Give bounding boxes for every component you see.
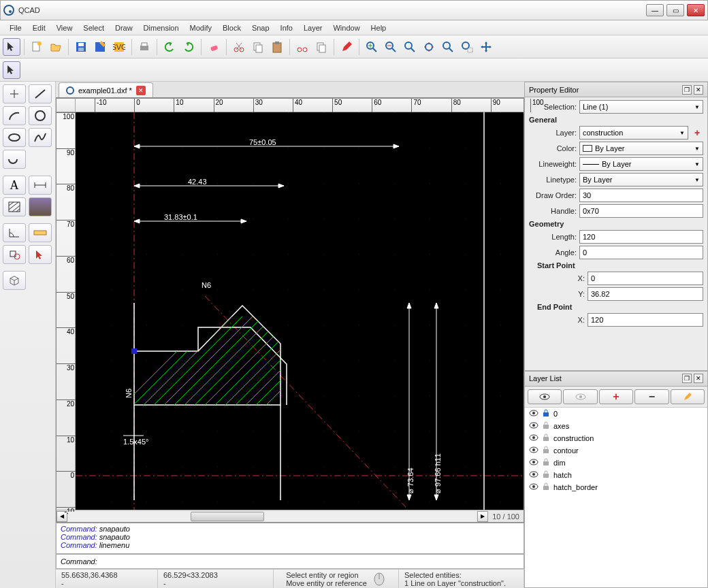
open-file-button[interactable] (47, 38, 65, 56)
startpoint-x-input[interactable]: 0 (588, 272, 703, 285)
zoom-selection-button[interactable] (458, 38, 476, 56)
menu-dimension[interactable]: Dimension (138, 22, 184, 34)
horizontal-scrollbar[interactable]: ◀ ▶ 10 / 100 (57, 510, 524, 522)
lock-icon[interactable] (543, 483, 549, 492)
edit-layer-button[interactable] (671, 389, 705, 404)
new-file-button[interactable] (28, 38, 46, 56)
close-button[interactable]: ✕ (687, 4, 705, 16)
selection-dropdown[interactable]: Line (1)▼ (579, 100, 703, 114)
minimize-button[interactable]: — (646, 4, 664, 16)
zoom-out-button[interactable] (382, 38, 400, 56)
handle-input[interactable]: 0x70 (579, 204, 703, 218)
property-editor-title[interactable]: Property Editor ❐ ✕ (525, 82, 707, 97)
lock-icon[interactable] (543, 409, 549, 419)
layer-row[interactable]: contour (525, 444, 707, 457)
lock-icon[interactable] (543, 470, 549, 480)
layer-row[interactable]: 0 (525, 408, 707, 420)
arc-tool[interactable] (3, 106, 26, 125)
lock-icon[interactable] (543, 446, 549, 455)
remove-layer-button[interactable]: − (634, 389, 669, 404)
endpoint-x-input[interactable]: 120 (588, 313, 703, 327)
tab-close-button[interactable]: ✕ (136, 86, 146, 95)
image-tool[interactable] (29, 197, 52, 216)
zoom-window-button[interactable] (420, 38, 438, 56)
measure-angle-tool[interactable] (3, 223, 26, 242)
print-button[interactable] (135, 38, 153, 56)
ellipse-tool[interactable] (3, 128, 26, 147)
erase-button[interactable] (205, 38, 223, 56)
pan-button[interactable] (477, 38, 495, 56)
menu-snap[interactable]: Snap (246, 22, 275, 34)
dimension-tool[interactable] (29, 176, 52, 195)
lock-icon[interactable] (543, 458, 549, 468)
select-arrow-tool[interactable] (29, 245, 52, 264)
cut-button[interactable] (230, 38, 248, 56)
document-tab[interactable]: example01.dxf * ✕ (59, 82, 153, 97)
menu-info[interactable]: Info (275, 22, 298, 34)
layer-row[interactable]: axes (525, 420, 707, 432)
eye-icon[interactable] (529, 434, 538, 442)
undock-icon[interactable]: ❐ (682, 85, 692, 95)
menu-file[interactable]: File (4, 22, 27, 34)
save-as-button[interactable] (91, 38, 109, 56)
menu-help[interactable]: Help (366, 22, 392, 34)
panel-close-button[interactable]: ✕ (694, 374, 703, 383)
menu-layer[interactable]: Layer (298, 22, 328, 34)
eye-icon[interactable] (529, 483, 538, 491)
length-input[interactable]: 120 (579, 230, 703, 244)
maximize-button[interactable]: ▭ (666, 4, 684, 16)
pencil-button[interactable] (338, 38, 355, 56)
lock-icon[interactable] (543, 434, 549, 443)
eye-icon[interactable] (529, 422, 538, 430)
3d-tool[interactable] (3, 271, 26, 290)
add-layer-button[interactable]: + (691, 127, 703, 139)
hatch-tool[interactable] (3, 197, 26, 216)
paste-button[interactable] (268, 38, 286, 56)
menu-select[interactable]: Select (78, 22, 110, 34)
zoom-extents-button[interactable] (401, 38, 419, 56)
menu-modify[interactable]: Modify (184, 22, 217, 34)
zoom-in-button[interactable] (363, 38, 381, 56)
add-layer-button[interactable]: + (599, 389, 633, 404)
undock-icon[interactable]: ❐ (682, 374, 692, 383)
text-tool[interactable]: A (3, 176, 26, 195)
lineweight-dropdown[interactable]: By Layer▼ (579, 157, 703, 171)
eye-icon[interactable] (529, 459, 538, 467)
layer-row[interactable]: hatch_border (525, 481, 707, 493)
measure-distance-tool[interactable] (29, 223, 52, 242)
eye-icon[interactable] (529, 446, 538, 455)
selection-tool[interactable] (3, 61, 20, 79)
zoom-previous-button[interactable] (439, 38, 457, 56)
menu-edit[interactable]: Edit (27, 22, 51, 34)
hide-all-layers-button[interactable] (563, 389, 597, 404)
layer-list-title[interactable]: Layer List ❐ ✕ (525, 372, 707, 387)
menu-block[interactable]: Block (217, 22, 246, 34)
menu-window[interactable]: Window (327, 22, 365, 34)
save-button[interactable] (72, 38, 90, 56)
block-tool[interactable] (3, 245, 26, 264)
cut-ref-button[interactable] (293, 38, 311, 56)
circle-tool[interactable] (29, 106, 52, 125)
drawing-canvas[interactable]: 75±0.05 42.43 31.83±0.1 N6 N6 1.5x45° ⌀ … (76, 112, 524, 510)
layer-dropdown[interactable]: construction▼ (579, 126, 688, 140)
draw-order-input[interactable]: 30 (579, 189, 703, 202)
layer-row[interactable]: construction (525, 432, 707, 444)
show-all-layers-button[interactable] (528, 389, 562, 404)
command-input[interactable]: Command: (56, 554, 524, 569)
eye-icon[interactable] (529, 410, 538, 418)
panel-close-button[interactable]: ✕ (694, 85, 703, 95)
export-svg-button[interactable]: SVG (110, 38, 128, 56)
line-tool[interactable] (29, 84, 52, 103)
linetype-dropdown[interactable]: By Layer▼ (579, 173, 703, 186)
layer-row[interactable]: dim (525, 457, 707, 469)
spline-tool[interactable] (29, 128, 52, 147)
menu-draw[interactable]: Draw (110, 22, 138, 34)
pointer-tool[interactable] (3, 38, 20, 56)
layer-row[interactable]: hatch (525, 469, 707, 481)
scroll-right-button[interactable]: ▶ (477, 511, 488, 522)
startpoint-y-input[interactable]: 36.82 (588, 287, 703, 301)
redo-button[interactable] (180, 38, 197, 56)
angle-input[interactable]: 0 (579, 246, 703, 259)
copy-button[interactable] (249, 38, 267, 56)
lock-icon[interactable] (543, 421, 549, 431)
